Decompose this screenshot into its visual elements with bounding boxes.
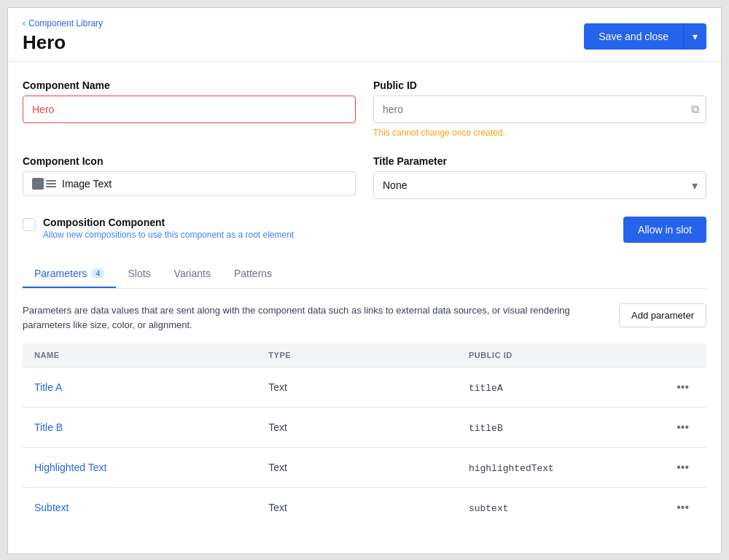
col-header-type: TYPE	[257, 343, 457, 368]
component-name-input[interactable]	[23, 96, 356, 123]
param-name-link-subtext[interactable]: Subtext	[34, 502, 69, 513]
public-id-group: Public ID ⧉ This cannot change once crea…	[373, 79, 706, 138]
param-pubid-cell: highlightedText	[457, 448, 659, 488]
param-name-cell: Title B	[23, 408, 257, 448]
composition-row: Composition Component Allow new composit…	[23, 217, 706, 243]
public-id-warning: This cannot change once created.	[373, 128, 706, 138]
chevron-down-icon: ▾	[693, 31, 698, 42]
composition-text: Composition Component Allow new composit…	[43, 217, 294, 240]
form-row-2: Component Icon Image Text Title Paramete…	[23, 155, 706, 199]
component-icon-value: Image Text	[62, 178, 112, 190]
tab-patterns[interactable]: Patterns	[222, 260, 284, 288]
icon-preview	[32, 178, 56, 190]
param-public-id-subtext: subtext	[469, 503, 509, 514]
param-name-link-highlighted-text[interactable]: Highlighted Text	[34, 462, 106, 473]
icon-line-3	[46, 186, 56, 187]
tab-slots-label: Slots	[128, 268, 150, 279]
icon-square	[32, 178, 44, 190]
composition-description: Allow new compositions to use this compo…	[43, 230, 294, 240]
more-options-button-title-a[interactable]: •••	[671, 378, 695, 397]
parameters-table: NAME TYPE PUBLIC ID Title A Text titleA …	[23, 343, 706, 527]
tabs-bar: Parameters 4 Slots Variants Patterns	[23, 260, 706, 289]
main-content: Component Name Public ID ⧉ This cannot c…	[8, 62, 721, 545]
param-name-cell: Subtext	[23, 488, 257, 528]
composition-left: Composition Component Allow new composit…	[23, 217, 294, 240]
table-head: NAME TYPE PUBLIC ID	[23, 343, 706, 368]
allow-in-slot-button[interactable]: Allow in slot	[623, 217, 706, 243]
table-body: Title A Text titleA ••• Title B Text tit…	[23, 368, 706, 528]
composition-checkbox[interactable]	[23, 218, 36, 231]
component-icon-group: Component Icon Image Text	[23, 155, 356, 199]
col-header-public-id: PUBLIC ID	[457, 343, 659, 368]
param-type-cell: Text	[257, 368, 457, 408]
title-parameter-group: Title Parameter None ▾	[373, 155, 706, 199]
tab-patterns-label: Patterns	[234, 268, 272, 279]
param-pubid-cell: titleA	[457, 368, 659, 408]
component-name-group: Component Name	[23, 79, 356, 138]
title-parameter-select[interactable]: None	[373, 171, 706, 199]
tab-slots[interactable]: Slots	[116, 260, 162, 288]
public-id-wrapper: ⧉	[373, 96, 706, 123]
page-container: ‹ Component Library Hero Save and close …	[7, 7, 722, 554]
title-parameter-select-wrapper: None ▾	[373, 171, 706, 199]
param-type-cell: Text	[257, 448, 457, 488]
composition-label: Composition Component	[43, 217, 294, 228]
col-header-action	[659, 343, 706, 368]
icon-lines	[46, 180, 56, 187]
icon-line-2	[46, 183, 56, 184]
more-options-button-title-b[interactable]: •••	[671, 418, 695, 437]
param-description-text: Parameters are data values that are sent…	[23, 303, 604, 332]
component-icon-label: Component Icon	[23, 155, 356, 167]
tab-variants-label: Variants	[174, 268, 211, 279]
param-name-link-title-b[interactable]: Title B	[34, 421, 63, 433]
table-header-row: NAME TYPE PUBLIC ID	[23, 343, 706, 368]
breadcrumb-label[interactable]: Component Library	[28, 18, 103, 28]
table-row: Title B Text titleB •••	[23, 408, 706, 448]
param-public-id-title-a: titleA	[469, 383, 503, 394]
page-title: Hero	[23, 31, 103, 54]
copy-icon[interactable]: ⧉	[691, 103, 699, 116]
tab-parameters[interactable]: Parameters 4	[23, 260, 116, 288]
more-options-button-subtext[interactable]: •••	[671, 498, 695, 517]
add-parameter-button[interactable]: Add parameter	[619, 303, 706, 327]
page-header: ‹ Component Library Hero Save and close …	[8, 8, 721, 62]
col-header-name: NAME	[23, 343, 257, 368]
save-dropdown-button[interactable]: ▾	[683, 23, 706, 50]
save-and-close-button[interactable]: Save and close	[584, 23, 683, 50]
param-action-cell: •••	[659, 408, 706, 448]
tab-parameters-label: Parameters	[34, 268, 87, 279]
component-icon-selector[interactable]: Image Text	[23, 171, 356, 196]
component-name-label: Component Name	[23, 79, 356, 91]
param-public-id-title-b: titleB	[469, 423, 503, 434]
table-row: Subtext Text subtext •••	[23, 488, 706, 528]
param-name-cell: Highlighted Text	[23, 448, 257, 488]
table-row: Title A Text titleA •••	[23, 368, 706, 408]
more-options-button-highlighted-text[interactable]: •••	[671, 458, 695, 477]
param-description-row: Parameters are data values that are sent…	[23, 303, 706, 332]
param-public-id-highlighted-text: highlightedText	[469, 463, 554, 474]
param-name-link-title-a[interactable]: Title A	[34, 381, 62, 393]
breadcrumb[interactable]: ‹ Component Library	[23, 18, 103, 28]
param-action-cell: •••	[659, 488, 706, 528]
param-pubid-cell: titleB	[457, 408, 659, 448]
table-row: Highlighted Text Text highlightedText ••…	[23, 448, 706, 488]
icon-line-1	[46, 180, 56, 182]
param-type-cell: Text	[257, 408, 457, 448]
breadcrumb-area: ‹ Component Library Hero	[23, 18, 103, 54]
param-name-cell: Title A	[23, 368, 257, 408]
form-row-1: Component Name Public ID ⧉ This cannot c…	[23, 79, 706, 138]
tab-parameters-badge: 4	[91, 268, 104, 279]
param-type-cell: Text	[257, 488, 457, 528]
breadcrumb-arrow-icon: ‹	[23, 18, 26, 28]
param-action-cell: •••	[659, 368, 706, 408]
public-id-input[interactable]	[373, 96, 706, 123]
title-parameter-label: Title Parameter	[373, 155, 706, 167]
param-action-cell: •••	[659, 448, 706, 488]
tab-variants[interactable]: Variants	[163, 260, 222, 288]
header-actions: Save and close ▾	[584, 23, 706, 50]
param-pubid-cell: subtext	[457, 488, 659, 528]
public-id-label: Public ID	[373, 79, 706, 91]
